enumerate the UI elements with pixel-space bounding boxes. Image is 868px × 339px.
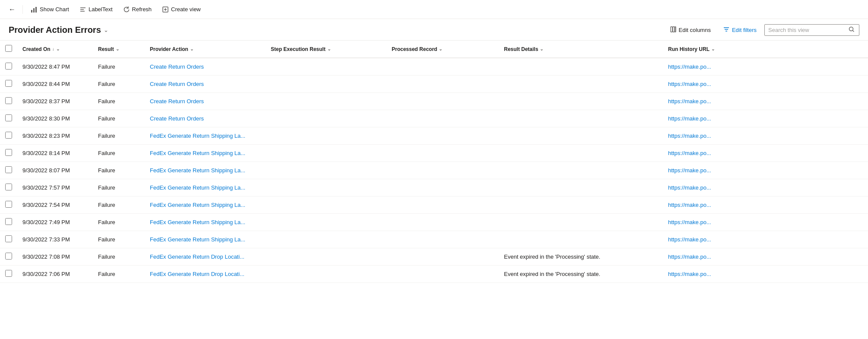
run-history-link[interactable]: https://make.po... <box>668 115 711 122</box>
cell-provider-action[interactable]: FedEx Generate Return Shipping La... <box>145 231 266 248</box>
cell-provider-action[interactable]: FedEx Generate Return Shipping La... <box>145 145 266 162</box>
provider-action-link[interactable]: FedEx Generate Return Shipping La... <box>150 184 245 191</box>
row-checkbox[interactable] <box>5 201 12 208</box>
provider-action-link[interactable]: Create Return Orders <box>150 63 204 70</box>
col-header-result-details[interactable]: Result Details ⌄ <box>499 41 663 58</box>
cell-provider-action[interactable]: Create Return Orders <box>145 58 266 76</box>
provider-action-link[interactable]: FedEx Generate Return Shipping La... <box>150 133 245 139</box>
back-button[interactable]: ← <box>5 3 19 16</box>
provider-action-link[interactable]: FedEx Generate Return Drop Locati... <box>150 253 244 260</box>
row-checkbox-cell[interactable] <box>0 248 17 266</box>
cell-run-history-url[interactable]: https://make.po... <box>663 145 868 162</box>
cell-run-history-url[interactable]: https://make.po... <box>663 231 868 248</box>
row-checkbox[interactable] <box>5 235 12 242</box>
row-checkbox-cell[interactable] <box>0 196 17 214</box>
cell-provider-action[interactable]: FedEx Generate Return Drop Locati... <box>145 266 266 283</box>
cell-run-history-url[interactable]: https://make.po... <box>663 214 868 231</box>
run-history-link[interactable]: https://make.po... <box>668 63 711 70</box>
cell-provider-action[interactable]: Create Return Orders <box>145 76 266 93</box>
row-checkbox-cell[interactable] <box>0 93 17 110</box>
cell-provider-action[interactable]: FedEx Generate Return Shipping La... <box>145 127 266 145</box>
run-history-link[interactable]: https://make.po... <box>668 271 711 277</box>
row-checkbox[interactable] <box>5 63 12 70</box>
row-checkbox-cell[interactable] <box>0 58 17 76</box>
row-checkbox-cell[interactable] <box>0 214 17 231</box>
edit-filters-button[interactable]: Edit filters <box>719 23 761 37</box>
row-checkbox-cell[interactable] <box>0 145 17 162</box>
col-header-step-execution[interactable]: Step Execution Result ⌄ <box>266 41 386 58</box>
refresh-button[interactable]: Refresh <box>119 4 156 15</box>
cell-run-history-url[interactable]: https://make.po... <box>663 162 868 179</box>
run-history-link[interactable]: https://make.po... <box>668 98 711 105</box>
table-row: 9/30/2022 7:06 PMFailureFedEx Generate R… <box>0 266 868 283</box>
row-checkbox[interactable] <box>5 132 12 139</box>
header-checkbox[interactable] <box>5 45 12 52</box>
header-checkbox-cell[interactable] <box>0 41 17 58</box>
cell-provider-action[interactable]: FedEx Generate Return Shipping La... <box>145 179 266 196</box>
row-checkbox[interactable] <box>5 80 12 87</box>
col-header-run-history[interactable]: Run History URL ⌄ <box>663 41 868 58</box>
row-checkbox-cell[interactable] <box>0 179 17 196</box>
cell-run-history-url[interactable]: https://make.po... <box>663 266 868 283</box>
cell-provider-action[interactable]: FedEx Generate Return Shipping La... <box>145 196 266 214</box>
row-checkbox-cell[interactable] <box>0 110 17 127</box>
search-input[interactable] <box>768 27 846 33</box>
row-checkbox[interactable] <box>5 253 12 260</box>
run-history-link[interactable]: https://make.po... <box>668 150 711 156</box>
cell-run-history-url[interactable]: https://make.po... <box>663 127 868 145</box>
cell-provider-action[interactable]: FedEx Generate Return Drop Locati... <box>145 248 266 266</box>
col-header-result[interactable]: Result ⌄ <box>93 41 145 58</box>
col-header-provider-action[interactable]: Provider Action ⌄ <box>145 41 266 58</box>
run-history-link[interactable]: https://make.po... <box>668 236 711 243</box>
row-checkbox-cell[interactable] <box>0 162 17 179</box>
provider-action-link[interactable]: FedEx Generate Return Shipping La... <box>150 236 245 243</box>
col-chevron-result: ⌄ <box>116 47 119 51</box>
row-checkbox[interactable] <box>5 149 12 156</box>
row-checkbox[interactable] <box>5 166 12 173</box>
cell-run-history-url[interactable]: https://make.po... <box>663 179 868 196</box>
search-box[interactable] <box>764 24 859 36</box>
provider-action-link[interactable]: FedEx Generate Return Shipping La... <box>150 219 245 225</box>
run-history-link[interactable]: https://make.po... <box>668 184 711 191</box>
show-chart-button[interactable]: Show Chart <box>26 4 73 15</box>
cell-run-history-url[interactable]: https://make.po... <box>663 110 868 127</box>
cell-run-history-url[interactable]: https://make.po... <box>663 58 868 76</box>
provider-action-link[interactable]: FedEx Generate Return Shipping La... <box>150 202 245 208</box>
provider-action-link[interactable]: FedEx Generate Return Drop Locati... <box>150 271 244 277</box>
row-checkbox[interactable] <box>5 114 12 121</box>
row-checkbox-cell[interactable] <box>0 266 17 283</box>
table-row: 9/30/2022 8:37 PMFailureCreate Return Or… <box>0 93 868 110</box>
cell-provider-action[interactable]: Create Return Orders <box>145 93 266 110</box>
title-chevron-icon[interactable]: ⌄ <box>104 27 108 33</box>
run-history-link[interactable]: https://make.po... <box>668 167 711 174</box>
row-checkbox-cell[interactable] <box>0 76 17 93</box>
provider-action-link[interactable]: Create Return Orders <box>150 115 204 122</box>
provider-action-link[interactable]: Create Return Orders <box>150 81 204 87</box>
run-history-link[interactable]: https://make.po... <box>668 133 711 139</box>
cell-run-history-url[interactable]: https://make.po... <box>663 93 868 110</box>
create-view-button[interactable]: Create view <box>158 4 205 15</box>
row-checkbox[interactable] <box>5 270 12 277</box>
row-checkbox[interactable] <box>5 97 12 104</box>
cell-provider-action[interactable]: Create Return Orders <box>145 110 266 127</box>
run-history-link[interactable]: https://make.po... <box>668 202 711 208</box>
col-header-created-on[interactable]: Created On ↓ ⌄ <box>17 41 93 58</box>
provider-action-link[interactable]: FedEx Generate Return Shipping La... <box>150 167 245 174</box>
edit-columns-button[interactable]: Edit columns <box>665 23 715 37</box>
label-text-button[interactable]: LabelText <box>75 4 117 15</box>
cell-run-history-url[interactable]: https://make.po... <box>663 248 868 266</box>
cell-run-history-url[interactable]: https://make.po... <box>663 76 868 93</box>
row-checkbox-cell[interactable] <box>0 231 17 248</box>
cell-run-history-url[interactable]: https://make.po... <box>663 196 868 214</box>
col-header-processed-record[interactable]: Processed Record ⌄ <box>386 41 499 58</box>
provider-action-link[interactable]: FedEx Generate Return Shipping La... <box>150 150 245 156</box>
run-history-link[interactable]: https://make.po... <box>668 81 711 87</box>
run-history-link[interactable]: https://make.po... <box>668 253 711 260</box>
row-checkbox-cell[interactable] <box>0 127 17 145</box>
cell-provider-action[interactable]: FedEx Generate Return Shipping La... <box>145 214 266 231</box>
row-checkbox[interactable] <box>5 218 12 225</box>
row-checkbox[interactable] <box>5 184 12 190</box>
run-history-link[interactable]: https://make.po... <box>668 219 711 225</box>
cell-provider-action[interactable]: FedEx Generate Return Shipping La... <box>145 162 266 179</box>
provider-action-link[interactable]: Create Return Orders <box>150 98 204 105</box>
